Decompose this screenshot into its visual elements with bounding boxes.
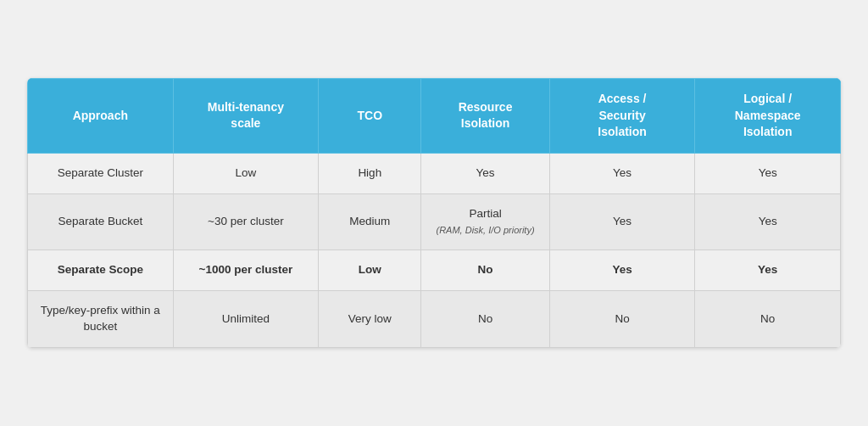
cell-approach: Separate Scope (28, 250, 174, 291)
cell-access-security: Yes (549, 193, 695, 250)
header-approach: Approach (28, 78, 174, 153)
header-scale: Multi-tenancyscale (173, 78, 319, 153)
cell-resource-isolation: Yes (421, 153, 549, 193)
cell-logical: Yes (695, 193, 841, 250)
cell-resource-isolation: No (421, 291, 549, 348)
cell-tco: Low (319, 250, 421, 291)
table-row: Separate Scope~1000 per clusterLowNoYesY… (28, 250, 841, 291)
cell-resource-isolation: Partial(RAM, Disk, I/O priority) (421, 193, 549, 250)
table-row: Separate Bucket~30 per clusterMediumPart… (28, 193, 841, 250)
cell-logical: Yes (695, 153, 841, 193)
cell-scale: ~30 per cluster (173, 193, 319, 250)
cell-access-security: Yes (549, 250, 695, 291)
cell-tco: Very low (319, 291, 421, 348)
header-tco: TCO (319, 78, 421, 153)
header-access-security: Access /SecurityIsolation (549, 78, 695, 153)
table-row: Type/key-prefix within a bucketUnlimited… (28, 291, 841, 348)
cell-scale: ~1000 per cluster (173, 250, 319, 291)
cell-scale: Unlimited (173, 291, 319, 348)
cell-approach: Separate Cluster (28, 153, 174, 193)
cell-logical: No (695, 291, 841, 348)
table-row: Separate ClusterLowHighYesYesYes (28, 153, 841, 193)
cell-approach: Type/key-prefix within a bucket (28, 291, 174, 348)
header-resource-isolation: ResourceIsolation (421, 78, 549, 153)
cell-scale: Low (173, 153, 319, 193)
cell-logical: Yes (695, 250, 841, 291)
cell-access-security: No (549, 291, 695, 348)
cell-access-security: Yes (549, 153, 695, 193)
header-logical: Logical /NamespaceIsolation (695, 78, 841, 153)
cell-tco: High (319, 153, 421, 193)
cell-tco: Medium (319, 193, 421, 250)
cell-approach: Separate Bucket (28, 193, 174, 250)
cell-resource-isolation: No (421, 250, 549, 291)
